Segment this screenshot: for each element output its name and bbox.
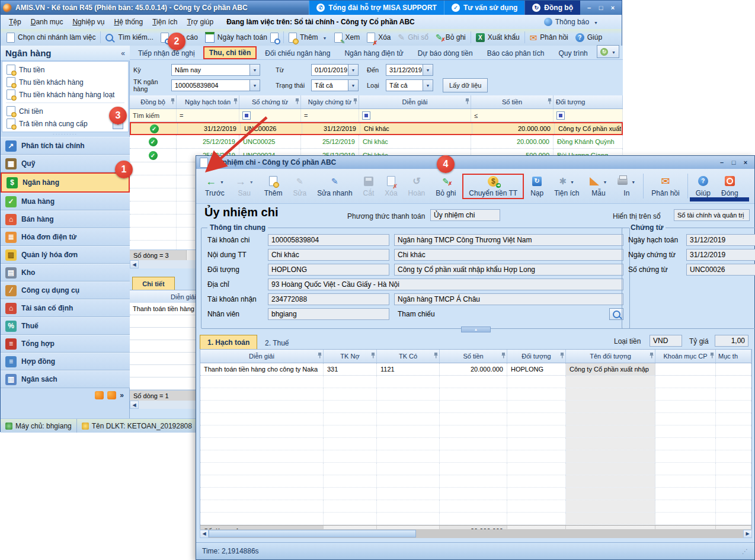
filter-icon[interactable] [556,111,565,120]
menu-nghiep-vu[interactable]: Nghiệp vụ [68,17,109,27]
column-header-ngay-hach-toan[interactable]: Ngày hạch toán [177,95,239,108]
filter-cell-date2[interactable]: = [301,109,359,121]
column-header-doi-tuong[interactable]: Đối tượng [507,350,566,363]
module-ngan-hang[interactable]: Ngân hàng [1,172,130,193]
unpost-button[interactable]: ✎Bỏ ghi [431,174,460,199]
feedback-button[interactable]: Phản hồi [647,174,683,199]
partner-name-field[interactable]: Công ty Cổ phần xuất nhập khẩu Hợp Long [394,264,623,276]
maximize-button[interactable] [596,3,606,12]
address-field[interactable]: 93 Hoàng Quốc Việt - Cầu Giấy - Hà Nội [268,279,623,290]
column-header-khoan-muc-cp[interactable]: Khoản mục CP [655,350,716,363]
view-button[interactable]: Xem [331,30,364,44]
module-tai-san-co-dinh[interactable]: Tài sản cố định [1,299,130,317]
column-header-dien-giai[interactable]: Diễn giải [200,350,324,363]
dropdown-arrow-icon[interactable] [249,80,260,91]
module-kho[interactable]: Kho [1,264,130,281]
from-date-select[interactable]: 01/01/2019 [311,64,359,76]
module-hop-dong[interactable]: Hợp đồng [1,353,130,370]
filter-cell-partner[interactable] [554,109,623,121]
menu-danh-muc[interactable]: Danh mục [26,17,68,27]
doc-number-field[interactable]: UNC00026 [686,264,755,276]
partner-code-field[interactable]: HOPLONG [268,264,389,276]
usage-advice-button[interactable]: ✓ Tư vấn sử dụng [444,1,524,15]
module-mua-hang[interactable]: Mua hàng [1,193,130,210]
column-header-doi-tuong[interactable]: Đối tượng [554,95,623,108]
people-icon[interactable] [95,391,104,399]
dropdown-arrow-icon[interactable] [423,80,433,91]
quick-edit-button[interactable]: ✎Sửa nhanh [313,174,356,199]
module-hoa-don-dien-tu[interactable]: Hóa đơn điện tử [1,228,130,246]
sidebar-item-thu-tien-khach-hang[interactable]: Thu tiền khách hàng [2,76,128,88]
filter-cell-amount[interactable]: ≤ [471,109,554,121]
collapse-panel-button[interactable] [461,327,491,332]
filter-icon[interactable] [362,111,370,120]
scrollbar-thumb[interactable] [209,530,416,537]
column-header-so-tien[interactable]: Số tiền [471,95,554,108]
tab-thue[interactable]: 2. Thuế [258,337,296,349]
module-quan-ly-hoa-don[interactable]: Quản lý hóa đơn [1,246,130,264]
menu-tep[interactable]: Tệp [4,17,26,27]
panel-resize-handle[interactable] [1,132,130,137]
notification-button[interactable]: Thông báo [544,18,598,26]
dialog-minimize-button[interactable] [716,158,727,167]
scroll-right-button[interactable]: ▶ [743,530,752,538]
sidebar-item-tra-tien-ncc[interactable]: Trả tiền nhà cung cấp [2,117,128,130]
doc-date-field[interactable]: 31/12/2019 [686,249,755,261]
module-thue[interactable]: Thuế [1,317,130,335]
tab-quy-trinh[interactable]: Quy trình [552,47,593,59]
resize-grip[interactable] [742,548,748,555]
help-button[interactable]: Giúp [572,30,606,44]
feedback-button[interactable]: Phản hồi [526,30,572,44]
sync-button[interactable]: ↻ Đồng bộ [524,1,580,15]
scroll-left-button[interactable]: ◀ [130,260,139,268]
export-button[interactable]: Xuất khẩu [472,30,523,44]
fetch-data-button[interactable]: Lấy dữ liệu [443,78,488,92]
search-button[interactable]: Tìm kiếm... [102,30,156,44]
menu-he-thong[interactable]: Hệ thống [109,17,148,27]
branch-select-button[interactable]: Chọn chi nhánh làm việc [3,30,99,44]
reload-button[interactable]: ↻Nạp [526,174,548,199]
column-header-so-chung-tu[interactable]: Số chứng từ [239,95,301,108]
module-phan-tich-tai-chinh[interactable]: Phân tích tài chính [1,137,130,155]
template-button[interactable]: Mẫu [586,174,611,199]
dialog-close-button[interactable] [740,158,751,167]
module-cong-cu-dung-cu[interactable]: Công cụ dụng cụ [1,281,130,299]
payment-content-field[interactable]: Chi khác [268,249,389,261]
more-modules-button[interactable]: » [120,391,124,399]
dialog-maximize-button[interactable] [728,158,739,167]
utilities-button[interactable]: ✱Tiện ích [550,174,583,199]
print-button[interactable]: In [613,174,639,199]
posting-date-button[interactable]: Ngày hạch toán [201,30,282,44]
close-button[interactable] [607,3,618,12]
receive-account-field[interactable]: 234772088 [268,293,389,305]
column-header-tk-co[interactable]: TK Có [377,350,440,363]
to-date-select[interactable]: 31/12/2019 [386,64,433,76]
menu-tien-ich[interactable]: Tiện ích [148,17,182,27]
column-header-ten-doi-tuong[interactable]: Tên đối tượng [566,350,655,363]
accounting-row[interactable]: Thanh toán tiền hàng cho công ty Naka 33… [200,363,751,376]
tab-doi-chieu-ngan-hang[interactable]: Đối chiếu ngân hàng [259,47,336,59]
scroll-left-button[interactable]: ◀ [130,401,139,409]
scroll-left-button[interactable]: ◀ [200,530,209,538]
module-ban-hang[interactable]: Bán hàng [1,210,130,228]
column-header-tk-no[interactable]: TK Nợ [324,350,377,363]
sidebar-item-thu-tien-hang-loat[interactable]: Thu tiền khách hàng hàng loạt [2,88,128,101]
tab-bao-cao-phan-tich[interactable]: Báo cáo phân tích [481,47,551,59]
dropdown-arrow-icon[interactable] [423,65,433,75]
module-quy[interactable]: Quỹ [1,155,130,172]
add-button[interactable]: Thêm [285,30,331,44]
period-select[interactable]: Năm nay [171,64,260,76]
pay-account-field[interactable]: 100005839804 [268,234,389,246]
employee-field[interactable]: bhgiang [268,308,389,320]
online-transfer-button[interactable]: ➜Chuyển tiền TT [462,174,524,199]
receive-bank-field[interactable]: Ngân hàng TMCP Á Châu [394,293,623,305]
column-header-ngay-chung-tu[interactable]: Ngày chứng từ [301,95,359,108]
payment-content-desc-field[interactable]: Chi khác [394,249,623,261]
posting-date-field[interactable]: 31/12/2019 [686,234,755,246]
dropdown-arrow-icon[interactable] [348,65,358,75]
person-card-icon[interactable] [107,391,116,399]
column-header-dong-bo[interactable]: Đồng bộ [130,95,177,108]
support-hotline-button[interactable]: ✆ Tổng đài hỗ trợ MISA SUPPORT [309,1,444,15]
menu-tro-giup[interactable]: Trợ giúp [182,17,218,27]
tab-ngan-hang-dien-tu[interactable]: Ngân hàng điện tử [338,47,409,59]
